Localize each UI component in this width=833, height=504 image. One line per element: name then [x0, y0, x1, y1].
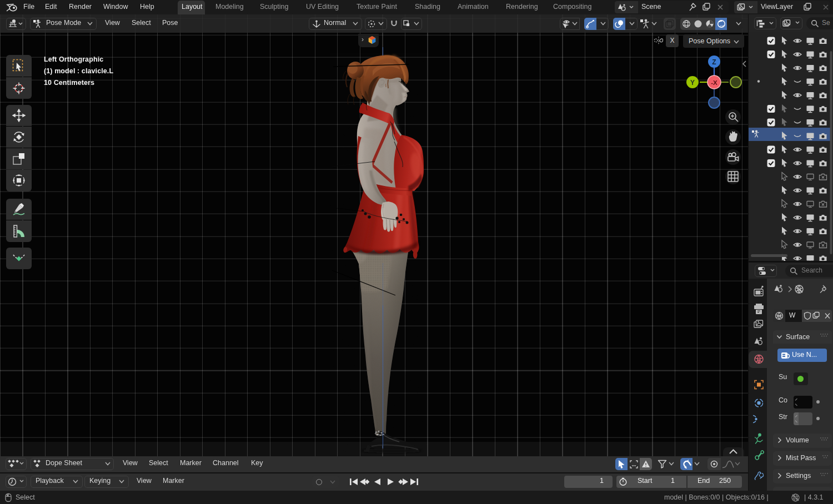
svg-text:Z: Z — [712, 58, 716, 66]
svg-text:-X: -X — [711, 79, 717, 86]
svg-text:Y: Y — [690, 79, 695, 87]
